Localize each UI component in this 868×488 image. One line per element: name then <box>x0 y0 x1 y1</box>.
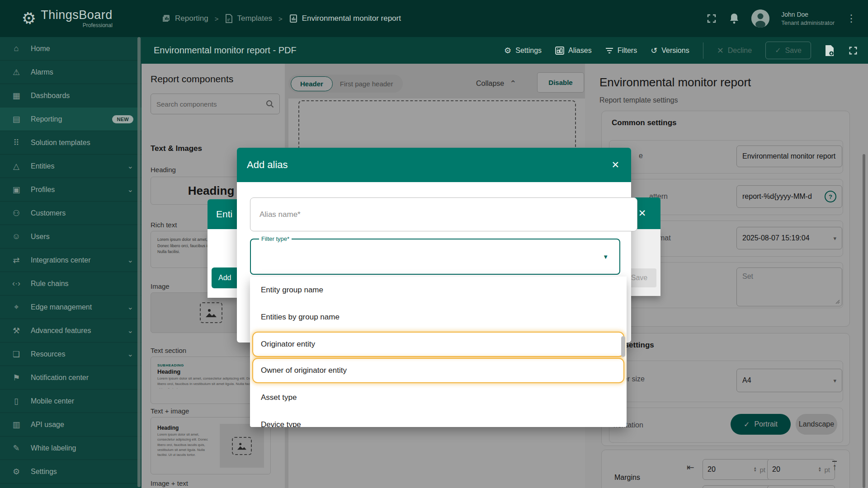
mobile-center-icon: ▯ <box>11 396 22 406</box>
reporting-icon: ▤ <box>11 114 22 124</box>
option-owner-of-originator-entity[interactable]: Owner of originator entity <box>252 358 624 383</box>
chevron-down-icon: ⌄ <box>127 350 133 358</box>
sidebar-item-resources[interactable]: ❏Resources⌄ <box>0 342 142 366</box>
resources-icon: ❏ <box>11 349 22 359</box>
option-entity-group-name[interactable]: Entity group name <box>250 277 627 304</box>
entities-icon: △ <box>11 161 22 171</box>
breadcrumb: Reporting > Templates > Environmental mo… <box>162 14 401 23</box>
generate-report-icon[interactable] <box>825 45 835 56</box>
close-icon[interactable]: ✕ <box>611 160 619 170</box>
sidebar-item-solution-templates[interactable]: ⠿Solution templates <box>0 131 142 154</box>
sidebar-item-edge-management[interactable]: ⌖Edge management⌄ <box>0 295 142 319</box>
option-originator-entity[interactable]: Originator entity <box>252 332 624 357</box>
history-icon: ↺ <box>651 46 657 56</box>
logo-subtitle: Professional <box>41 22 113 28</box>
alarms-icon: ⚠ <box>11 67 22 77</box>
filter-type-label: Filter type* <box>259 235 292 242</box>
aliases-button[interactable]: Aliases <box>555 47 592 55</box>
option-device-type[interactable]: Device type <box>250 411 627 427</box>
settings-icon: ⚙ <box>11 467 22 477</box>
user-info[interactable]: John Doe Tenant administrator <box>781 10 835 27</box>
sidebar-item-alarms[interactable]: ⚠Alarms <box>0 60 142 84</box>
edge-management-icon: ⌖ <box>11 302 22 312</box>
sidebar-item-rule-chains[interactable]: ‹·›Rule chains <box>0 272 142 295</box>
sidebar-item-notification-center[interactable]: ⚑Notification center <box>0 366 142 389</box>
app-logo[interactable]: ⚙ ThingsBoard Professional <box>22 9 142 28</box>
alias-name-input[interactable]: Alias name* <box>250 197 637 231</box>
users-icon: ☺ <box>11 232 22 241</box>
breadcrumb-reporting[interactable]: Reporting <box>162 14 208 23</box>
versions-button[interactable]: ↺Versions <box>651 46 689 56</box>
dropdown-caret-icon: ▼ <box>603 253 609 260</box>
sidebar-item-api-usage[interactable]: ▥API usage <box>0 413 142 436</box>
sidebar-item-dashboards[interactable]: ▦Dashboards <box>0 84 142 107</box>
option-entities-by-group-name[interactable]: Entities by group name <box>250 304 627 331</box>
filter-type-options: Entity group name Entities by group name… <box>250 277 627 427</box>
notification-center-icon: ⚑ <box>11 373 22 383</box>
templates-icon <box>225 14 233 23</box>
sidebar-item-entities[interactable]: △Entities⌄ <box>0 154 142 178</box>
user-name: John Doe <box>781 10 835 19</box>
sidebar-item-white-labeling[interactable]: ✎White labeling <box>0 436 142 460</box>
breadcrumb-separator: > <box>278 15 283 23</box>
sidebar-item-customers[interactable]: ⚇Customers <box>0 201 142 225</box>
integrations-icon: ⇄ <box>11 255 22 265</box>
advanced-features-icon: ⚒ <box>11 326 22 336</box>
more-menu-icon[interactable]: ⋮ <box>846 13 856 24</box>
new-badge: NEW <box>112 115 133 123</box>
sidebar-item-profiles[interactable]: ▣Profiles⌄ <box>0 178 142 201</box>
check-icon: ✓ <box>775 46 781 55</box>
sidebar-item-advanced-features[interactable]: ⚒Advanced features⌄ <box>0 319 142 342</box>
settings-button[interactable]: ⚙Settings <box>504 46 542 56</box>
sidebar-item-reporting[interactable]: ▤ReportingNEW <box>0 107 142 131</box>
sidebar-item-mobile-center[interactable]: ▯Mobile center <box>0 389 142 413</box>
api-usage-icon: ▥ <box>11 420 22 430</box>
breadcrumb-templates[interactable]: Templates <box>225 14 272 23</box>
sidebar-item-home[interactable]: ⌂Home <box>0 37 142 60</box>
decline-button[interactable]: ✕Decline <box>717 46 752 56</box>
top-bar: ⚙ ThingsBoard Professional Reporting > T… <box>0 0 868 37</box>
home-icon: ⌂ <box>11 44 22 53</box>
thingsboard-logo-icon: ⚙ <box>20 8 38 29</box>
dropdown-scrollbar[interactable] <box>621 336 625 357</box>
filter-icon <box>605 47 613 54</box>
sidebar-item-settings[interactable]: ⚙Settings <box>0 460 142 483</box>
save-button[interactable]: ✓Save <box>765 42 811 59</box>
chevron-down-icon: ⌄ <box>127 326 133 335</box>
dialog-header: Add alias ✕ <box>237 148 631 182</box>
report-toolbar: Environmental monitor report - PDF ⚙Sett… <box>142 37 868 64</box>
customers-icon: ⚇ <box>11 208 22 218</box>
reporting-icon <box>162 14 171 23</box>
filters-button[interactable]: Filters <box>605 47 637 55</box>
report-toolbar-actions: ⚙Settings Aliases Filters ↺Versions ✕Dec… <box>504 42 858 59</box>
report-toolbar-title: Environmental monitor report - PDF <box>154 45 297 56</box>
sidebar-item-security[interactable]: ◆Security⌄ <box>0 483 142 488</box>
chevron-down-icon: ⌄ <box>127 256 133 264</box>
solution-templates-icon: ⠿ <box>11 138 22 148</box>
alias-name-placeholder: Alias name* <box>259 210 301 219</box>
user-avatar[interactable] <box>751 9 769 28</box>
topbar-actions: John Doe Tenant administrator ⋮ <box>706 9 856 28</box>
chevron-down-icon: ⌄ <box>127 303 133 311</box>
logo-title: ThingsBoard <box>41 9 113 21</box>
close-icon: ✕ <box>717 46 724 56</box>
option-asset-type[interactable]: Asset type <box>250 384 627 411</box>
chevron-down-icon: ⌄ <box>127 185 133 194</box>
sidebar-scrollbar[interactable] <box>137 37 141 487</box>
notifications-bell-icon[interactable] <box>729 13 740 24</box>
sidebar-item-users[interactable]: ☺Users <box>0 225 142 248</box>
dialog-title: Add alias <box>247 159 288 171</box>
expand-fullscreen-icon[interactable] <box>848 46 858 56</box>
white-labeling-icon: ✎ <box>11 443 22 453</box>
user-role: Tenant administrator <box>781 19 835 27</box>
breadcrumb-current-page: Environmental monitor report <box>289 14 401 23</box>
fullscreen-icon[interactable] <box>706 13 717 24</box>
filter-type-select[interactable]: Filter type* ▼ <box>250 239 620 275</box>
app-screen: ⚙ ThingsBoard Professional Reporting > T… <box>0 0 868 488</box>
aliases-icon <box>555 47 564 55</box>
sidebar-nav: ⌂Home ⚠Alarms ▦Dashboards ▤ReportingNEW … <box>0 37 142 488</box>
sidebar-item-integrations-center[interactable]: ⇄Integrations center⌄ <box>0 248 142 272</box>
rule-chains-icon: ‹·› <box>11 279 22 288</box>
dashboards-icon: ▦ <box>11 91 22 101</box>
toolbar-divider <box>703 42 703 59</box>
